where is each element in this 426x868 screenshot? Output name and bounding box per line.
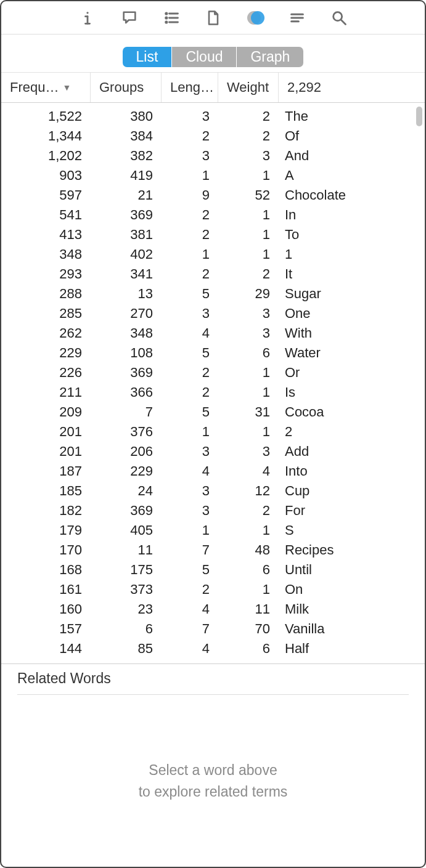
table-row[interactable]: 21136621Is bbox=[1, 383, 425, 402]
cell-word: Cocoa bbox=[279, 404, 425, 420]
cell-groups: 366 bbox=[91, 384, 162, 400]
info-icon[interactable] bbox=[78, 9, 97, 27]
sort-desc-icon: ▼ bbox=[62, 83, 71, 92]
scrollbar-thumb[interactable] bbox=[416, 107, 422, 126]
cell-length: 5 bbox=[162, 562, 218, 578]
cell-frequency: 413 bbox=[1, 227, 91, 243]
table-row[interactable]: 18524312Cup bbox=[1, 481, 425, 501]
cell-frequency: 185 bbox=[1, 483, 91, 499]
cell-length: 2 bbox=[162, 266, 218, 282]
cell-groups: 85 bbox=[91, 641, 162, 657]
cell-groups: 21 bbox=[91, 187, 162, 203]
tab-list[interactable]: List bbox=[123, 47, 173, 67]
cell-groups: 341 bbox=[91, 266, 162, 282]
table-row[interactable]: 29334122It bbox=[1, 264, 425, 284]
cell-groups: 206 bbox=[91, 444, 162, 460]
table-row[interactable]: 18722944Into bbox=[1, 461, 425, 481]
table-row[interactable]: 28813529Sugar bbox=[1, 284, 425, 304]
table-row[interactable]: 16817556Until bbox=[1, 560, 425, 580]
comment-icon[interactable] bbox=[120, 9, 139, 27]
table-row[interactable]: 28527033One bbox=[1, 304, 425, 323]
document-icon[interactable] bbox=[204, 9, 223, 27]
cell-weight: 6 bbox=[218, 345, 279, 361]
table-row[interactable]: 59721952Chocolate bbox=[1, 185, 425, 205]
header-groups-label: Groups bbox=[99, 79, 144, 95]
cell-length: 4 bbox=[162, 641, 218, 657]
cell-word: Milk bbox=[279, 601, 425, 617]
view-mode-bar: List Cloud Graph bbox=[1, 34, 425, 72]
cell-length: 2 bbox=[162, 227, 218, 243]
table-row[interactable]: 1,52238032The bbox=[1, 107, 425, 126]
table-row[interactable]: 2097531Cocoa bbox=[1, 402, 425, 422]
cell-frequency: 262 bbox=[1, 325, 91, 341]
list-icon[interactable] bbox=[162, 9, 181, 27]
cell-frequency: 161 bbox=[1, 582, 91, 598]
cell-word: To bbox=[279, 227, 425, 243]
cell-weight: 1 bbox=[218, 227, 279, 243]
table-row[interactable]: 1576770Vanilla bbox=[1, 619, 425, 639]
header-weight[interactable]: Weight bbox=[218, 73, 279, 102]
table-row[interactable]: 18236932For bbox=[1, 501, 425, 521]
table-scroll-area[interactable]: 1,52238032The1,34438422Of1,20238233And90… bbox=[1, 103, 425, 663]
table-row[interactable]: 1448546Half bbox=[1, 639, 425, 659]
cell-word: On bbox=[279, 582, 425, 598]
table-row[interactable]: 90341911A bbox=[1, 166, 425, 185]
cell-groups: 382 bbox=[91, 148, 162, 164]
header-frequency[interactable]: Frequ… ▼ bbox=[1, 73, 91, 102]
header-length[interactable]: Leng… bbox=[162, 73, 218, 102]
cell-word: And bbox=[279, 148, 425, 164]
related-words-pane: Related Words Select a word above to exp… bbox=[1, 663, 425, 867]
table-row[interactable]: 1,34438422Of bbox=[1, 126, 425, 146]
view-mode-segmented: List Cloud Graph bbox=[123, 47, 304, 67]
table-row[interactable]: 1,20238233And bbox=[1, 146, 425, 166]
header-length-label: Leng… bbox=[170, 79, 214, 95]
cell-weight: 70 bbox=[218, 621, 279, 637]
tab-cloud[interactable]: Cloud bbox=[172, 47, 237, 67]
search-icon[interactable] bbox=[330, 9, 348, 27]
cell-length: 1 bbox=[162, 522, 218, 538]
cell-frequency: 229 bbox=[1, 345, 91, 361]
cell-word: With bbox=[279, 325, 425, 341]
cell-frequency: 541 bbox=[1, 207, 91, 223]
table-row[interactable]: 17011748Recipes bbox=[1, 540, 425, 560]
table-row[interactable]: 17940511S bbox=[1, 521, 425, 540]
table-row[interactable]: 20120633Add bbox=[1, 442, 425, 461]
table-row[interactable]: 348402111 bbox=[1, 245, 425, 264]
cell-weight: 52 bbox=[218, 187, 279, 203]
cell-groups: 229 bbox=[91, 463, 162, 479]
cell-groups: 373 bbox=[91, 582, 162, 598]
cell-weight: 31 bbox=[218, 404, 279, 420]
cell-weight: 2 bbox=[218, 108, 279, 124]
table-row[interactable]: 201376112 bbox=[1, 422, 425, 442]
cell-groups: 369 bbox=[91, 503, 162, 519]
table-row[interactable]: 22636921Or bbox=[1, 363, 425, 383]
concordance-icon[interactable] bbox=[246, 9, 264, 27]
table-row[interactable]: 54136921In bbox=[1, 205, 425, 225]
cell-frequency: 293 bbox=[1, 266, 91, 282]
table-row[interactable]: 41338121To bbox=[1, 225, 425, 245]
table-row[interactable]: 26234843With bbox=[1, 323, 425, 343]
cell-word: 1 bbox=[279, 246, 425, 262]
table-row[interactable]: 22910856Water bbox=[1, 343, 425, 363]
header-word-count[interactable]: 2,292 bbox=[279, 73, 425, 102]
cell-length: 3 bbox=[162, 503, 218, 519]
table-row[interactable]: 16023411Milk bbox=[1, 599, 425, 619]
table-row[interactable]: 16137321On bbox=[1, 580, 425, 599]
cell-word: Sugar bbox=[279, 286, 425, 302]
cell-length: 3 bbox=[162, 444, 218, 460]
svg-point-0 bbox=[86, 12, 88, 14]
cell-length: 2 bbox=[162, 582, 218, 598]
tab-graph[interactable]: Graph bbox=[237, 47, 303, 67]
top-toolbar bbox=[1, 1, 425, 34]
cell-length: 5 bbox=[162, 286, 218, 302]
cell-word: Until bbox=[279, 562, 425, 578]
cell-frequency: 209 bbox=[1, 404, 91, 420]
cell-word: Of bbox=[279, 128, 425, 144]
cell-groups: 380 bbox=[91, 108, 162, 124]
cell-weight: 1 bbox=[218, 246, 279, 262]
cell-word: Water bbox=[279, 345, 425, 361]
cell-word: One bbox=[279, 306, 425, 322]
header-groups[interactable]: Groups bbox=[91, 73, 162, 102]
header-frequency-label: Frequ… bbox=[10, 79, 59, 95]
paragraph-icon[interactable] bbox=[288, 9, 306, 27]
